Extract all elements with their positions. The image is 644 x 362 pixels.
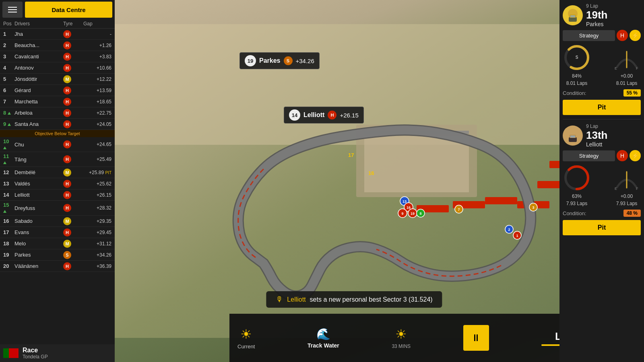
- svg-text:F: F: [636, 66, 638, 70]
- svg-text:S: S: [576, 55, 578, 60]
- map-area: 13 16 19 9 7 3 2 1 8 17 16 19 Parkes: [115, 0, 594, 362]
- parkes-pit-button[interactable]: Pit: [563, 100, 641, 115]
- parkes-strategy-button[interactable]: Strategy: [563, 30, 615, 41]
- table-row[interactable]: 1 Jha H -: [0, 29, 115, 40]
- lelliott-avatar: [563, 125, 583, 146]
- parkes-tyre-icon: S: [284, 56, 293, 65]
- table-row[interactable]: 8 Arbeloa H +22.75: [0, 107, 115, 119]
- panel-divider: [563, 119, 641, 119]
- driver-name-20: Väänänen: [14, 263, 63, 269]
- parkes-fuel-laps: 8.01 Laps: [566, 80, 588, 86]
- gap-15: +28.32: [83, 205, 111, 211]
- table-row[interactable]: 9 Santa Ana H +24.05: [0, 119, 115, 130]
- menu-button[interactable]: [2, 2, 23, 18]
- col-drivers: Drivers: [14, 21, 63, 27]
- table-row[interactable]: 11 Tāng H +25.49: [0, 152, 115, 167]
- svg-text:16: 16: [368, 170, 374, 176]
- position-17: 17: [3, 229, 14, 235]
- parkes-card-top: 9 Lap 19th Parkes: [563, 3, 641, 27]
- position-14: 14: [3, 192, 14, 198]
- driver-name-19: Parkes: [14, 252, 63, 258]
- position-13: 13: [3, 181, 14, 187]
- water-icon: 🌊: [316, 327, 330, 341]
- parkes-position: 19: [245, 55, 256, 66]
- position-11: 11: [3, 153, 14, 165]
- table-row[interactable]: 10 Chu H +24.65: [0, 137, 115, 152]
- condition-label-1: Condition:: [563, 90, 586, 96]
- table-row[interactable]: 12 Dembélé M +25.89 PIT: [0, 167, 115, 178]
- gap-10: +24.65: [83, 142, 111, 147]
- gap-9: +24.05: [83, 121, 111, 127]
- car-label-parkes[interactable]: 19 Parkes S +34.26: [239, 52, 320, 69]
- table-row[interactable]: 18 Melo M +31.12: [0, 238, 115, 249]
- gap-16: +29.35: [83, 218, 111, 224]
- driver-name-14: Lelliott: [14, 192, 63, 198]
- parkes-position-big: 19th: [586, 10, 607, 20]
- tyre-7: H: [63, 98, 71, 106]
- data-centre-button[interactable]: Data Centre: [25, 2, 112, 18]
- parkes-boost-icon: ⚡: [630, 30, 641, 41]
- table-row[interactable]: 14 Lelliott H +26.15: [0, 189, 115, 201]
- parkes-delta-svg: E F: [613, 43, 641, 72]
- svg-text:E: E: [615, 187, 617, 191]
- position-4: 4: [3, 65, 14, 71]
- table-row[interactable]: 17 Evans H +29.45: [0, 227, 115, 238]
- car-label-lelliott[interactable]: 14 Lelliott H +26.15: [284, 107, 364, 123]
- gap-5: +12.22: [83, 76, 111, 82]
- table-row[interactable]: 15 Dreyfuss H +28.32: [0, 201, 115, 216]
- race-info: Race Tondela GP: [23, 347, 48, 360]
- gap-3: +3.83: [83, 54, 111, 60]
- gap-11: +25.49: [83, 156, 111, 162]
- table-row[interactable]: 16 Sabado M +29.35: [0, 216, 115, 227]
- svg-rect-7: [485, 197, 517, 204]
- standings-header: Pos Drivers Tyre Gap: [0, 19, 115, 29]
- position-5: 5: [3, 76, 14, 82]
- gap-4: +10.66: [83, 65, 111, 71]
- track-svg: 13 16 19 9 7 3 2 1 8 17 16: [115, 0, 594, 362]
- tyre-13: H: [63, 180, 71, 188]
- svg-text:13: 13: [402, 200, 407, 204]
- left-panel: Data Centre Pos Drivers Tyre Gap 1 Jha H…: [0, 0, 115, 362]
- gap-17: +29.45: [83, 230, 111, 235]
- table-row[interactable]: 6 Gérard H +13.59: [0, 85, 115, 96]
- notification-bar: 🎙 Lelliott sets a new personal best Sect…: [266, 291, 442, 308]
- driver-name-17: Evans: [14, 229, 63, 235]
- driver-name-11: Tāng: [14, 156, 63, 162]
- track-map[interactable]: 13 16 19 9 7 3 2 1 8 17 16 19 Parkes: [115, 0, 594, 362]
- svg-text:17: 17: [348, 152, 354, 158]
- pause-button[interactable]: ⏸: [463, 325, 489, 351]
- svg-rect-4: [364, 136, 469, 192]
- position-16: 16: [3, 218, 14, 224]
- lelliott-boost-icon: ⚡: [630, 150, 641, 161]
- hud-time: ☀ 33 MINS: [392, 327, 411, 349]
- col-gap: Gap: [83, 21, 111, 27]
- driver-name-8: Arbeloa: [14, 110, 63, 116]
- position-1: 1: [3, 31, 14, 37]
- position-8: 8: [3, 110, 14, 116]
- lelliott-pit-button[interactable]: Pit: [563, 220, 641, 235]
- table-row[interactable]: 5 Jónsdóttir M +12.22: [0, 74, 115, 85]
- lelliott-strategy-button[interactable]: Strategy: [563, 150, 615, 161]
- table-row[interactable]: 19 Parkes S +34.26: [0, 249, 115, 261]
- tyre-19: S: [63, 251, 71, 259]
- tyre-5: M: [63, 75, 71, 83]
- driver-name-3: Cavalcanti: [14, 53, 63, 60]
- notification-message: sets a new personal best Sector 3 (31.52…: [310, 296, 433, 303]
- table-row[interactable]: 4 Antonov H +10.66: [0, 62, 115, 74]
- parkes-gauges: S 84% 8.01 Laps E F +0.00 8.01 Laps: [563, 43, 641, 86]
- driver-name-6: Gérard: [14, 87, 63, 93]
- position-7: 7: [3, 99, 14, 105]
- parkes-delta-val: +0.00: [621, 73, 633, 79]
- parkes-gap: +34.26: [296, 58, 314, 64]
- table-row[interactable]: 2 Beaucha... H +1.26: [0, 40, 115, 51]
- right-panel: 9 Lap 19th Parkes Strategy H ⚡ S 84% 8.0…: [559, 0, 644, 362]
- table-row[interactable]: 3 Cavalcanti H +3.83: [0, 51, 115, 62]
- table-row[interactable]: 13 Valdés H +25.62: [0, 178, 115, 189]
- race-label: Race: [23, 347, 48, 354]
- table-row[interactable]: 20 Väänänen H +36.39: [0, 261, 115, 272]
- tyre-11: H: [63, 155, 71, 163]
- parkes-name-card: Parkes: [586, 21, 607, 27]
- lelliott-delta-val: +0.00: [621, 193, 633, 199]
- table-row[interactable]: 7 Marchetta H +18.65: [0, 96, 115, 107]
- gap-12: +25.89 PIT: [83, 170, 111, 175]
